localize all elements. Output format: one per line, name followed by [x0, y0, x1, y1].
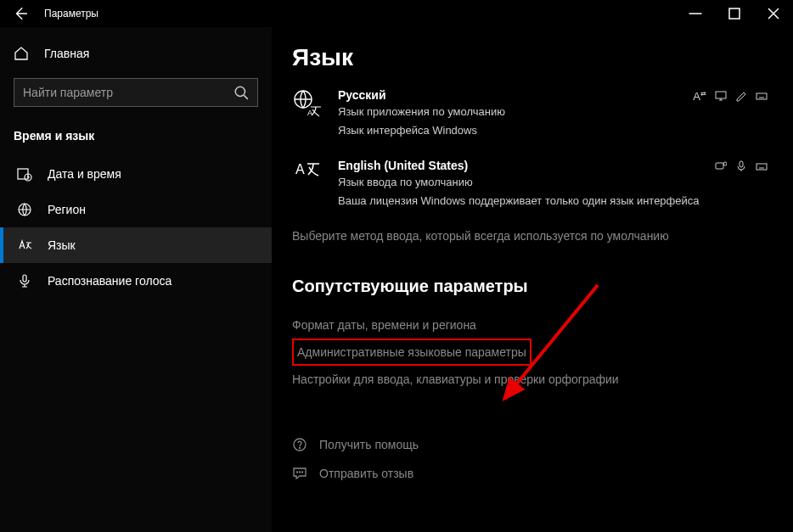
- language-card-english[interactable]: A English (United States) Язык ввода по …: [292, 159, 768, 209]
- svg-rect-18: [716, 163, 723, 169]
- svg-point-24: [300, 448, 301, 449]
- speech-icon: [715, 160, 727, 172]
- help-icon: [292, 437, 307, 452]
- input-method-hint[interactable]: Выберите метод ввода, который всегда исп…: [292, 229, 768, 243]
- nav-item-datetime[interactable]: Дата и время: [0, 156, 272, 192]
- nav-label: Язык: [48, 238, 76, 252]
- related-title: Сопутствующие параметры: [292, 277, 768, 296]
- related-link-keyboard-spelling[interactable]: Настройки для ввода, клавиатуры и провер…: [292, 366, 768, 393]
- nav-label: Распознавание голоса: [48, 274, 172, 288]
- keyboard-icon: [756, 160, 768, 172]
- svg-point-26: [300, 472, 301, 473]
- nav-item-language[interactable]: Язык: [0, 227, 272, 263]
- microphone-icon: [17, 273, 32, 288]
- maximize-icon: [727, 6, 742, 21]
- sidebar: Главная Время и язык Дата и время Регион…: [0, 27, 272, 532]
- maximize-button[interactable]: [715, 0, 754, 27]
- nav-item-speech[interactable]: Распознавание голоса: [0, 263, 272, 299]
- home-link[interactable]: Главная: [0, 37, 272, 70]
- svg-point-27: [302, 472, 303, 473]
- nav-item-region[interactable]: Регион: [0, 192, 272, 227]
- display-icon: [715, 90, 727, 102]
- window-controls: [676, 0, 793, 27]
- page-title: Язык: [292, 44, 768, 71]
- svg-rect-13: [756, 93, 767, 99]
- get-help-link[interactable]: Получить помощь: [292, 430, 768, 459]
- search-input[interactable]: [23, 86, 233, 99]
- language-name: Русский: [338, 88, 693, 102]
- nav-label: Регион: [48, 203, 86, 216]
- svg-rect-9: [23, 275, 26, 282]
- feedback-icon: [292, 466, 307, 481]
- language-name: English (United States): [338, 159, 715, 172]
- language-sub1: Язык приложения по умолчанию: [338, 104, 693, 120]
- section-title: Время и язык: [0, 122, 272, 156]
- svg-point-4: [235, 87, 245, 96]
- language-icon: [17, 238, 32, 253]
- search-box[interactable]: [14, 78, 258, 107]
- keyboard-icon: [756, 90, 768, 102]
- svg-point-25: [297, 472, 298, 473]
- search-icon: [233, 85, 249, 100]
- language-char-icon: A: [292, 159, 328, 209]
- svg-rect-21: [756, 164, 767, 170]
- svg-rect-12: [716, 92, 726, 98]
- close-icon: [766, 6, 781, 21]
- svg-rect-1: [729, 8, 740, 19]
- feedback-label: Отправить отзыв: [319, 467, 413, 480]
- svg-text:A: A: [295, 162, 305, 176]
- back-button[interactable]: [7, 0, 34, 27]
- svg-point-19: [723, 162, 727, 165]
- globe-icon: [17, 202, 32, 217]
- text-to-speech-icon: A⇄: [693, 90, 706, 103]
- language-card-russian[interactable]: A Русский Язык приложения по умолчанию Я…: [292, 88, 768, 138]
- related-link-dateformat[interactable]: Формат даты, времени и региона: [292, 311, 768, 339]
- minimize-icon: [688, 6, 703, 21]
- related-link-admin-language[interactable]: Административные языковые параметры: [292, 339, 531, 366]
- help-label: Получить помощь: [319, 438, 419, 451]
- nav-label: Дата и время: [48, 167, 121, 181]
- svg-rect-20: [740, 161, 743, 167]
- close-button[interactable]: [754, 0, 793, 27]
- content-panel: Язык A Русский Язык приложения по умолча…: [272, 27, 793, 532]
- language-badges: A⇄: [693, 88, 768, 138]
- svg-line-5: [244, 95, 248, 99]
- home-label: Главная: [44, 47, 89, 60]
- titlebar: Параметры: [0, 0, 793, 27]
- handwriting-icon: [735, 90, 747, 102]
- language-sub2: Ваша лицензия Windows поддерживает тольк…: [338, 193, 715, 210]
- microphone-icon: [735, 160, 747, 172]
- language-sub1: Язык ввода по умолчанию: [338, 174, 715, 191]
- arrow-left-icon: [13, 6, 28, 21]
- feedback-link[interactable]: Отправить отзыв: [292, 459, 768, 488]
- language-sub2: Язык интерфейса Windows: [338, 122, 693, 139]
- home-icon: [14, 46, 29, 61]
- calendar-clock-icon: [17, 166, 32, 182]
- window-title: Параметры: [44, 8, 98, 20]
- language-badges: [715, 159, 768, 209]
- language-globe-icon: A: [292, 88, 328, 138]
- minimize-button[interactable]: [676, 0, 715, 27]
- svg-text:A: A: [307, 109, 312, 117]
